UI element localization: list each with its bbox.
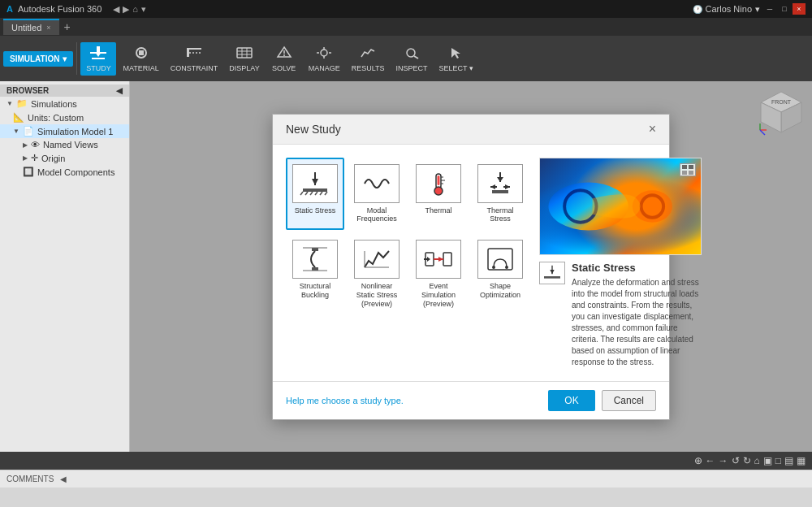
maximize-button[interactable]: □ bbox=[778, 3, 791, 15]
study-item-nonlinear-static-stress[interactable]: Nonlinear Static Stress (Preview) bbox=[348, 233, 406, 314]
constraint-icon bbox=[185, 46, 203, 63]
preview-view-toggle[interactable] bbox=[680, 163, 696, 176]
help-link[interactable]: Help me choose a study type. bbox=[286, 396, 404, 405]
sidebar-item-origin[interactable]: ▶ ✛ Origin bbox=[0, 151, 129, 165]
cancel-button[interactable]: Cancel bbox=[602, 390, 656, 411]
dialog-close-button[interactable]: × bbox=[649, 123, 656, 136]
nav-forward[interactable]: ▶ bbox=[123, 4, 129, 15]
display-icon bbox=[235, 46, 253, 63]
nav-icon-10[interactable]: ▦ bbox=[797, 455, 806, 466]
clock-icon: 🕐 bbox=[693, 5, 702, 14]
svg-marker-52 bbox=[505, 184, 510, 189]
nav-more[interactable]: ▾ bbox=[141, 4, 146, 15]
svg-rect-61 bbox=[443, 253, 451, 266]
toolbar-material-button[interactable]: MATERIAL bbox=[118, 42, 163, 76]
solve-icon bbox=[275, 46, 293, 63]
study-item-modal-frequencies[interactable]: Modal Frequencies bbox=[348, 158, 406, 231]
study-item-event-simulation[interactable]: Event Simulation (Preview) bbox=[409, 233, 468, 314]
svg-rect-74 bbox=[689, 165, 693, 169]
event-simulation-icon-box bbox=[416, 240, 461, 279]
svg-rect-9 bbox=[237, 48, 252, 58]
model-icon: 📄 bbox=[23, 126, 34, 136]
svg-rect-42 bbox=[438, 176, 440, 185]
toolbar-manage-button[interactable]: MANAGE bbox=[304, 42, 345, 76]
svg-line-36 bbox=[305, 192, 308, 195]
toolbar-solve-button[interactable]: SOLVE bbox=[266, 42, 302, 76]
tabbar: Untitled × + bbox=[0, 18, 812, 36]
sidebar-item-model-components[interactable]: 🔲 Model Components bbox=[0, 165, 129, 179]
sidebar-item-units[interactable]: 📐 Units: Custom bbox=[0, 110, 129, 124]
origin-icon: ✛ bbox=[31, 153, 38, 163]
views-icon: 👁 bbox=[31, 140, 40, 150]
study-item-structural-buckling[interactable]: Structural Buckling bbox=[286, 233, 344, 314]
nav-icon-8[interactable]: □ bbox=[775, 455, 781, 466]
static-stress-label: Static Stress bbox=[295, 206, 336, 215]
study-item-static-stress[interactable]: Static Stress bbox=[286, 158, 344, 231]
toolbar: SIMULATION ▾ STUDY MATERIAL CONSTRAINT D… bbox=[0, 36, 812, 81]
shape-optimization-icon-box bbox=[477, 240, 523, 279]
select-label: SELECT ▾ bbox=[439, 64, 473, 72]
study-item-thermal-stress[interactable]: Thermal Stress bbox=[471, 158, 529, 231]
svg-point-68 bbox=[505, 266, 508, 269]
simulation-label: SIMULATION bbox=[10, 54, 59, 63]
toolbar-select-button[interactable]: SELECT ▾ bbox=[434, 42, 478, 76]
simulation-chevron: ▾ bbox=[63, 54, 67, 63]
nav-back[interactable]: ◀ bbox=[113, 4, 119, 15]
close-button[interactable]: × bbox=[793, 3, 806, 15]
shape-optimization-label: Shape Optimization bbox=[476, 282, 525, 300]
tab-untitled[interactable]: Untitled × bbox=[3, 19, 59, 35]
svg-marker-65 bbox=[427, 257, 430, 262]
nav-icon-2[interactable]: ← bbox=[706, 455, 715, 466]
svg-rect-6 bbox=[187, 49, 189, 57]
tab-close-icon[interactable]: × bbox=[46, 24, 50, 32]
nav-icon-4[interactable]: ↺ bbox=[732, 455, 740, 466]
toolbar-inspect-button[interactable]: INSPECT bbox=[391, 42, 433, 76]
nav-icon-3[interactable]: → bbox=[719, 455, 728, 466]
nav-icon-6[interactable]: ⌂ bbox=[754, 455, 760, 466]
svg-point-67 bbox=[492, 266, 495, 269]
toolbar-results-button[interactable]: RESULTS bbox=[347, 42, 390, 76]
results-label: RESULTS bbox=[352, 64, 385, 72]
event-simulation-label: Event Simulation (Preview) bbox=[414, 282, 463, 308]
sidebar-header: BROWSER ◀ bbox=[0, 84, 129, 97]
study-preview-panel: Static Stress Analyze the deformation an… bbox=[539, 158, 702, 368]
sidebar-item-simulations[interactable]: ▼ 📁 Simulations bbox=[0, 97, 129, 110]
footer-buttons: OK Cancel bbox=[548, 390, 656, 411]
toolbar-display-button[interactable]: DISPLAY bbox=[224, 42, 264, 76]
nav-icon-9[interactable]: ▤ bbox=[784, 455, 793, 466]
nav-icon-5[interactable]: ↻ bbox=[743, 455, 751, 466]
user-chevron[interactable]: ▾ bbox=[755, 4, 760, 15]
nav-icon-1[interactable]: ⊕ bbox=[694, 455, 702, 466]
select-icon bbox=[447, 46, 465, 63]
material-label: MATERIAL bbox=[123, 64, 158, 72]
comments-expand[interactable]: ◀ bbox=[60, 474, 67, 483]
canvas-area[interactable]: FRONT New Study × bbox=[130, 81, 812, 452]
add-tab-button[interactable]: + bbox=[59, 19, 76, 35]
app-logo: A bbox=[6, 4, 13, 14]
minimize-button[interactable]: ─ bbox=[763, 3, 776, 15]
sidebar-item-named-views[interactable]: ▶ 👁 Named Views bbox=[0, 138, 129, 151]
nav-home[interactable]: ⌂ bbox=[132, 4, 138, 15]
toolbar-constraint-button[interactable]: CONSTRAINT bbox=[166, 42, 223, 76]
preview-small-icon bbox=[539, 262, 565, 284]
nav-icon-7[interactable]: ▣ bbox=[763, 455, 772, 466]
svg-rect-75 bbox=[682, 171, 687, 175]
results-icon bbox=[359, 46, 377, 63]
static-stress-icon-box bbox=[292, 164, 338, 203]
user-name: Carlos Nino bbox=[706, 4, 752, 14]
study-item-thermal[interactable]: Thermal bbox=[409, 158, 468, 231]
nav-controls: ⊕ ← → ↺ ↻ ⌂ ▣ □ ▤ ▦ bbox=[694, 455, 806, 466]
structural-buckling-icon-box bbox=[292, 240, 338, 279]
svg-rect-55 bbox=[312, 267, 318, 271]
study-item-shape-optimization[interactable]: Shape Optimization bbox=[471, 233, 529, 314]
svg-line-37 bbox=[310, 192, 313, 195]
tab-label: Untitled bbox=[11, 23, 41, 32]
sidebar-toggle[interactable]: ◀ bbox=[116, 86, 123, 95]
new-study-dialog: New Study × bbox=[272, 114, 670, 420]
tree-arrow-views: ▶ bbox=[23, 141, 28, 149]
simulation-mode-button[interactable]: SIMULATION ▾ bbox=[3, 51, 73, 67]
structural-buckling-label: Structural Buckling bbox=[291, 282, 339, 300]
ok-button[interactable]: OK bbox=[548, 390, 594, 411]
sidebar-item-simulation-model[interactable]: ▼ 📄 Simulation Model 1 bbox=[0, 124, 129, 138]
toolbar-study-button[interactable]: STUDY bbox=[80, 42, 116, 76]
